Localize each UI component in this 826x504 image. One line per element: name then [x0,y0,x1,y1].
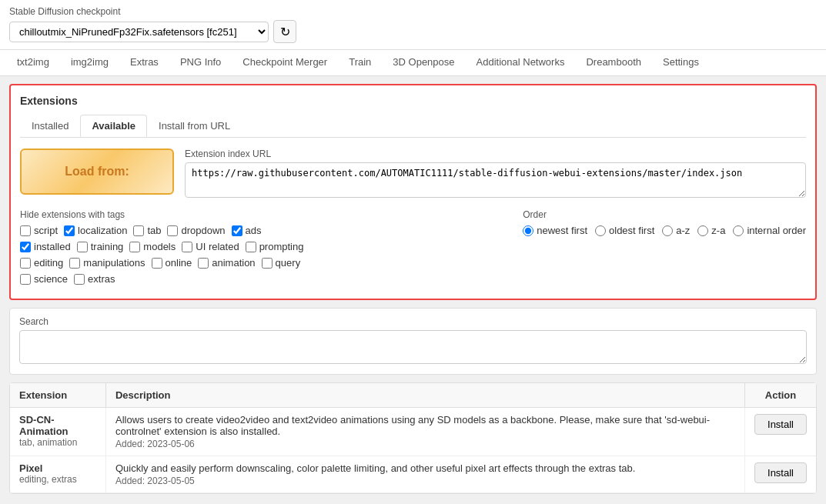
ext-name: Pixel [19,462,96,474]
cb-editing[interactable] [20,258,31,269]
tab-dreambooth[interactable]: Dreambooth [575,50,652,75]
cb-online-item[interactable]: online [152,257,192,269]
cb-online[interactable] [152,258,162,269]
filters-col: Hide extensions with tags script localiz… [20,209,507,289]
main-tabs: txt2img img2img Extras PNG Info Checkpoi… [0,50,826,76]
ext-action-cell: Install [745,408,816,456]
th-description: Description [105,383,744,408]
ord-internal[interactable] [733,225,744,236]
cb-script-item[interactable]: script [20,225,58,236]
ord-oldest[interactable] [595,225,606,236]
ord-az[interactable] [662,225,673,236]
tab-extras[interactable]: Extras [119,50,169,75]
tab-png-info[interactable]: PNG Info [169,50,232,75]
cb-installed-item[interactable]: installed [20,241,71,252]
th-action: Action [745,383,816,408]
ord-newest[interactable] [523,225,533,236]
cb-tab[interactable] [133,225,144,236]
panel-title: Extensions [20,95,806,107]
ord-za[interactable] [697,225,708,236]
install-button-0[interactable]: Install [754,414,807,435]
ext-description: Quickly and easily perform downscaling, … [115,462,735,474]
tab-checkpoint-merger[interactable]: Checkpoint Merger [232,50,338,75]
cb-science[interactable] [20,274,31,285]
cb-ui-related[interactable] [182,242,192,252]
subtab-available[interactable]: Available [80,115,147,137]
ext-tags: editing, extras [19,474,96,485]
radio-row: newest first oldest first a-z z-a intern… [523,225,806,236]
search-input[interactable] [19,330,807,364]
cb-extras[interactable] [74,274,85,285]
cb-editing-item[interactable]: editing [20,257,63,269]
cb-training[interactable] [77,242,88,252]
extensions-table: Extension Description Action SD-CN-Anima… [10,383,816,493]
cb-dropdown-item[interactable]: dropdown [167,225,225,236]
filters-and-order: Hide extensions with tags script localiz… [20,209,806,289]
search-label: Search [19,316,807,327]
checkbox-row-3: editing manipulations online animation q… [20,257,507,269]
cb-ads[interactable] [232,225,242,236]
checkpoint-label: Stable Diffusion checkpoint [9,6,817,17]
ext-desc-cell: Allows users to create video2video and t… [105,408,744,456]
tab-additional-networks[interactable]: Additional Networks [466,50,576,75]
ext-action-cell: Install [745,456,816,493]
ext-desc-cell: Quickly and easily perform downscaling, … [105,456,744,493]
hide-tags-label: Hide extensions with tags [20,209,507,220]
cb-manipulations-item[interactable]: manipulations [69,257,145,269]
tab-txt2img[interactable]: txt2img [6,50,60,75]
subtab-install-from-url[interactable]: Install from URL [147,115,242,137]
ord-za-item[interactable]: z-a [697,225,725,236]
cb-dropdown[interactable] [167,225,178,236]
tab-settings[interactable]: Settings [652,50,710,75]
ext-added: Added: 2023-05-05 [115,476,735,486]
checkpoint-select[interactable]: chilloutmix_NiPrunedFp32Fix.safetensors … [9,22,269,42]
refresh-button[interactable]: ↻ [273,20,296,43]
cb-query[interactable] [262,258,273,269]
cb-models-item[interactable]: models [129,241,176,252]
url-input[interactable]: https://raw.githubusercontent.com/AUTOMA… [185,162,806,198]
ext-name-cell: SD-CN-Animation tab, animation [10,408,105,456]
top-bar: Stable Diffusion checkpoint chilloutmix_… [0,0,826,50]
ord-newest-item[interactable]: newest first [523,225,587,236]
ext-tags: tab, animation [19,437,96,448]
cb-prompting-item[interactable]: prompting [246,241,304,252]
ord-az-item[interactable]: a-z [662,225,690,236]
th-extension: Extension [10,383,105,408]
ext-name: SD-CN-Animation [19,414,96,437]
install-button-1[interactable]: Install [754,462,807,483]
tab-train[interactable]: Train [338,50,382,75]
cb-ui-related-item[interactable]: UI related [182,241,239,252]
order-col: Order newest first oldest first a-z z-a [523,209,806,289]
cb-manipulations[interactable] [69,258,80,269]
ord-oldest-item[interactable]: oldest first [595,225,654,236]
table-row: SD-CN-Animation tab, animation Allows us… [10,408,816,456]
cb-models[interactable] [129,242,140,252]
cb-query-item[interactable]: query [262,257,301,269]
checkbox-row-4: science extras [20,273,507,285]
ext-added: Added: 2023-05-06 [115,439,735,449]
tab-3d-openpose[interactable]: 3D Openpose [382,50,465,75]
tab-img2img[interactable]: img2img [60,50,119,75]
cb-ads-item[interactable]: ads [232,225,262,236]
cb-science-item[interactable]: science [20,273,68,285]
cb-extras-item[interactable]: extras [74,273,115,285]
cb-localization-item[interactable]: localization [64,225,127,236]
cb-script[interactable] [20,225,31,236]
cb-prompting[interactable] [246,242,256,252]
sub-tabs: Installed Available Install from URL [20,115,806,138]
search-section: Search [9,308,817,375]
checkpoint-row: chilloutmix_NiPrunedFp32Fix.safetensors … [9,20,817,43]
load-from-button[interactable]: Load from: [20,149,174,195]
cb-training-item[interactable]: training [77,241,124,252]
table-header-row: Extension Description Action [10,383,816,408]
ord-internal-item[interactable]: internal order [733,225,806,236]
cb-localization[interactable] [64,225,75,236]
cb-animation[interactable] [198,258,209,269]
cb-installed[interactable] [20,242,31,252]
url-label: Extension index URL [185,149,806,159]
ext-name-cell: Pixel editing, extras [10,456,105,493]
cb-tab-item[interactable]: tab [133,225,161,236]
cb-animation-item[interactable]: animation [198,257,255,269]
top-controls: Load from: Extension index URL https://r… [20,149,806,200]
subtab-installed[interactable]: Installed [20,115,80,137]
